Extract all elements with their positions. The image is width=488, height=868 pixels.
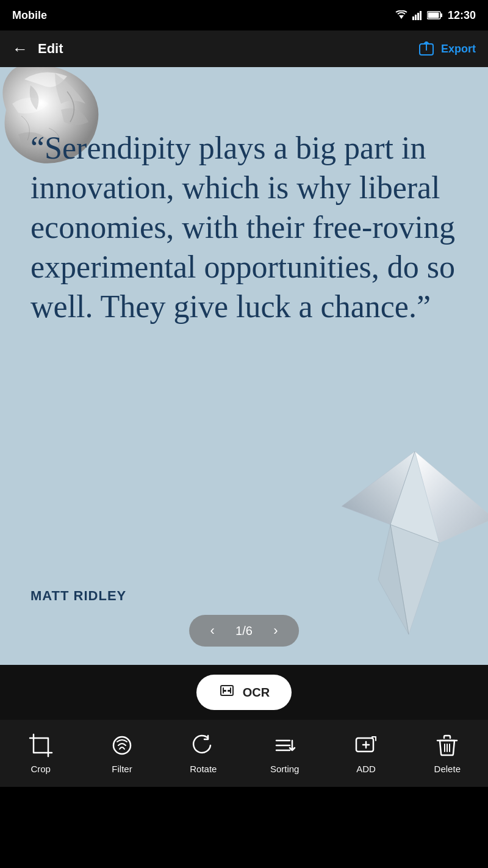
add-label: ADD (356, 764, 376, 774)
paper-airplane-decoration (329, 445, 488, 640)
tool-rotate[interactable]: Rotate (173, 732, 234, 774)
image-canvas: “Serendipity plays a big part in innovat… (0, 67, 488, 665)
pagination-controls: ‹ 1/6 › (189, 615, 299, 647)
crop-label: Crop (30, 764, 51, 774)
svg-rect-6 (440, 13, 442, 17)
back-button[interactable]: ← (12, 40, 28, 59)
author-text: MATT RIDLEY (30, 588, 126, 604)
bottom-toolbar: Crop Filter Rotate (0, 720, 488, 787)
quote-text: “Serendipity plays a big part in innovat… (30, 128, 458, 326)
prev-page-button[interactable]: ‹ (201, 620, 223, 642)
crop-svg (29, 733, 53, 758)
status-icons: 12:30 (395, 9, 476, 22)
page-title: Edit (38, 41, 63, 57)
svg-rect-4 (420, 11, 422, 20)
sorting-label: Sorting (270, 764, 300, 774)
export-label: Export (441, 43, 476, 56)
tool-crop[interactable]: Crop (10, 732, 71, 774)
tool-filter[interactable]: Filter (92, 732, 152, 774)
ocr-scan-icon (218, 683, 235, 698)
tool-sorting[interactable]: Sorting (254, 732, 315, 774)
svg-rect-3 (417, 13, 419, 20)
nav-left: ← Edit (12, 40, 63, 59)
add-svg (354, 733, 378, 758)
export-icon (419, 41, 436, 56)
svg-rect-2 (415, 15, 417, 20)
wifi-icon (395, 10, 407, 20)
rotate-icon (190, 732, 217, 759)
status-time: 12:30 (448, 9, 476, 22)
ocr-section: OCR (0, 665, 488, 720)
svg-rect-7 (428, 13, 439, 18)
status-bar: Mobile 12:30 (0, 0, 488, 30)
filter-label: Filter (112, 764, 132, 774)
top-navigation: ← Edit Export (0, 30, 488, 67)
ocr-button-label: OCR (243, 686, 270, 700)
battery-icon (427, 11, 443, 20)
rotate-svg (191, 733, 215, 758)
next-page-button[interactable]: › (265, 620, 287, 642)
signal-icon (412, 10, 422, 20)
delete-icon (434, 732, 461, 759)
ocr-button[interactable]: OCR (196, 675, 292, 710)
export-button[interactable]: Export (419, 41, 476, 56)
crop-icon (27, 732, 54, 759)
svg-marker-0 (399, 15, 404, 19)
ocr-icon (218, 683, 235, 701)
sorting-icon (271, 732, 298, 759)
delete-label: Delete (434, 764, 461, 774)
filter-svg (110, 733, 134, 758)
sorting-svg (273, 733, 297, 758)
svg-rect-1 (412, 16, 414, 20)
tool-add[interactable]: ADD (336, 732, 396, 774)
rotate-label: Rotate (190, 764, 217, 774)
delete-svg (435, 733, 459, 758)
page-indicator: 1/6 (235, 624, 253, 638)
filter-icon (109, 732, 135, 759)
carrier-label: Mobile (12, 9, 47, 22)
add-icon (353, 732, 379, 759)
tool-delete[interactable]: Delete (417, 732, 478, 774)
